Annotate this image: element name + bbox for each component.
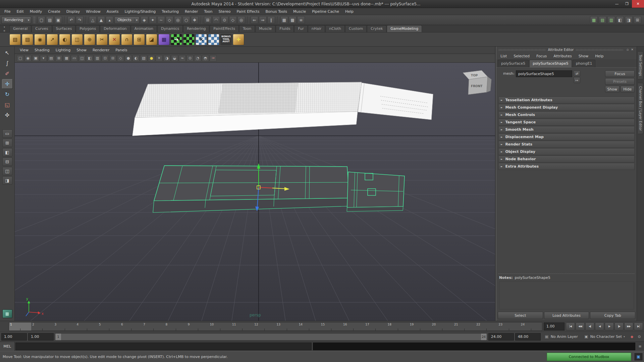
lock-camera-icon[interactable]: ◉: [24, 55, 32, 62]
frame-cell[interactable]: 21: [453, 322, 475, 330]
symmetry-toggle-icon[interactable]: ▥: [607, 16, 615, 24]
animation-end-field[interactable]: 48.00: [515, 333, 541, 341]
layout-persp-graph-icon[interactable]: ⊟: [2, 158, 12, 166]
channel-box-toggle-icon[interactable]: ⊞: [634, 16, 641, 24]
animation-start-field[interactable]: 1.00: [1, 333, 27, 341]
viewcube-front-label[interactable]: FRONT: [471, 84, 483, 88]
current-time-field[interactable]: 1.00: [544, 322, 565, 330]
snap-curve-icon[interactable]: ◠: [212, 16, 220, 24]
undo-icon[interactable]: ↶: [67, 16, 75, 24]
shelf-tab[interactable]: Muscle: [255, 25, 275, 32]
shelf-tab[interactable]: Crytek: [367, 25, 386, 32]
modeling-toolkit-icon[interactable]: ▦: [590, 16, 598, 24]
node-tab[interactable]: polySurfaceShape5: [529, 60, 572, 67]
render-frame-icon[interactable]: ▦: [280, 16, 288, 24]
lasso-tool-icon[interactable]: ∫: [2, 58, 13, 68]
mask-joints-icon[interactable]: ✦: [149, 16, 157, 24]
attribute-editor-menu-item[interactable]: Selected: [510, 54, 533, 58]
new-scene-icon[interactable]: ▢: [38, 16, 45, 24]
bevel-icon[interactable]: ◪: [146, 34, 157, 45]
attribute-section-row[interactable]: ► Node Behavior: [498, 156, 635, 163]
attribute-section-row[interactable]: ► Object Display: [498, 148, 635, 155]
shelf-tab[interactable]: PaintEffects: [210, 25, 239, 32]
frame-cell[interactable]: 7: [142, 322, 164, 330]
notes-area[interactable]: [499, 281, 634, 309]
panel-menu-item[interactable]: View: [17, 47, 32, 54]
frame-cell[interactable]: 10: [209, 322, 231, 330]
panel-menu-item[interactable]: Panels: [112, 47, 130, 54]
shelf-tab[interactable]: Fluids: [276, 25, 294, 32]
textured-icon[interactable]: ▧: [140, 55, 147, 62]
attribute-editor-menu-item[interactable]: Attributes: [550, 54, 575, 58]
move-tool-icon[interactable]: ✛: [2, 79, 13, 89]
motion-blur-icon[interactable]: ≈: [179, 55, 186, 62]
range-start-handle[interactable]: 1: [55, 334, 61, 340]
menu-item[interactable]: Assets: [104, 8, 122, 15]
frame-cell[interactable]: 1: [9, 322, 31, 330]
menu-item[interactable]: File: [1, 8, 13, 15]
menu-item[interactable]: Bonus Tools: [263, 8, 290, 15]
bridge-icon[interactable]: ∩: [121, 34, 132, 45]
attribute-section-row[interactable]: ► Displacement Map: [498, 133, 635, 140]
ipr-render-icon[interactable]: ▩: [289, 16, 297, 24]
attribute-editor-toggle-icon[interactable]: ◨: [625, 16, 633, 24]
merge-vertices-icon[interactable]: ⊕: [84, 34, 95, 45]
frame-cell[interactable]: 22: [475, 322, 497, 330]
snap-grid-icon[interactable]: ⊞: [204, 16, 212, 24]
redo-icon[interactable]: ↷: [76, 16, 84, 24]
input-connection-icon[interactable]: ⇄: [574, 70, 580, 76]
snap-plane-icon[interactable]: ◇: [229, 16, 237, 24]
bonus-tool-auto-uv-icon[interactable]: BONUS TOOL AUUT: [220, 34, 232, 45]
drag-handle[interactable]: [576, 49, 623, 51]
resolution-gate-icon[interactable]: ◫: [78, 55, 86, 62]
menu-item[interactable]: Edit: [13, 8, 26, 15]
close-panel-icon[interactable]: ✕: [630, 48, 635, 51]
uv-editor-icon[interactable]: ▦: [158, 34, 170, 45]
step-back-key-button[interactable]: ◀◀: [576, 322, 585, 330]
attribute-section-row[interactable]: ► Mesh Controls: [498, 111, 635, 118]
attribute-section-row[interactable]: ► Extra Attributes: [498, 163, 635, 170]
viewport-canvas[interactable]: TOP FRONT y x persp: [15, 63, 495, 321]
multi-cut-icon[interactable]: ✂: [96, 34, 108, 45]
animation-preferences-icon[interactable]: ⊙: [636, 334, 643, 340]
close-button[interactable]: ✕: [632, 0, 644, 8]
shelf-tab[interactable]: nCloth: [325, 25, 345, 32]
menu-set-selector[interactable]: Rendering ▾: [1, 16, 31, 24]
hide-button[interactable]: Hide: [621, 86, 635, 93]
mask-handles-icon[interactable]: ◈: [141, 16, 148, 24]
poly-cube-icon[interactable]: ▧: [9, 34, 21, 45]
step-forward-key-button[interactable]: ▶▶: [624, 322, 633, 330]
snap-point-icon[interactable]: ⊙: [221, 16, 228, 24]
sidebar-vertical-tab[interactable]: Channel Box / Layer Editor: [638, 83, 643, 134]
frame-cell[interactable]: 19: [409, 322, 431, 330]
mask-surfaces-icon[interactable]: ◇: [166, 16, 173, 24]
menu-item[interactable]: Render: [182, 8, 201, 15]
scene-3d[interactable]: TOP FRONT y x persp: [15, 63, 495, 321]
script-editor-icon[interactable]: ≡: [636, 342, 644, 351]
playback-start-field[interactable]: 1.00: [28, 333, 54, 341]
frame-cell[interactable]: 15: [320, 322, 342, 330]
combine-icon[interactable]: ◫: [71, 34, 83, 45]
safe-title-icon[interactable]: ⊟: [109, 55, 116, 62]
shelf-options-icon[interactable]: ≡: [1, 29, 8, 33]
go-to-end-button[interactable]: ▶|: [634, 322, 643, 330]
frame-cell[interactable]: 5: [98, 322, 120, 330]
select-camera-icon[interactable]: ▢: [17, 55, 24, 62]
frame-cell[interactable]: 11: [231, 322, 253, 330]
attribute-section-row[interactable]: ► Tessellation Attributes: [498, 97, 635, 104]
ambient-occlusion-icon[interactable]: ◒: [171, 55, 178, 62]
checker-delete-icon[interactable]: ✕: [196, 34, 207, 45]
step-forward-frame-button[interactable]: |▶: [614, 322, 624, 330]
shelf-tab[interactable]: Dynamics: [157, 25, 183, 32]
booleans-icon[interactable]: ◐: [59, 34, 70, 45]
shelf-tab[interactable]: nHair: [308, 25, 325, 32]
presets-button[interactable]: Presets: [605, 78, 635, 85]
layout-persp-uv-icon[interactable]: ◨: [2, 176, 12, 185]
bookmark-icon[interactable]: ▾: [40, 55, 47, 62]
select-tool-icon[interactable]: ↖: [2, 48, 13, 58]
node-tab[interactable]: phongE1: [573, 60, 596, 67]
node-tab[interactable]: polySurface5: [498, 60, 529, 67]
wireframe-icon[interactable]: ◇: [117, 55, 124, 62]
poly-cubes-icon[interactable]: ▨: [22, 34, 33, 45]
make-live-icon[interactable]: ◎: [237, 16, 245, 24]
